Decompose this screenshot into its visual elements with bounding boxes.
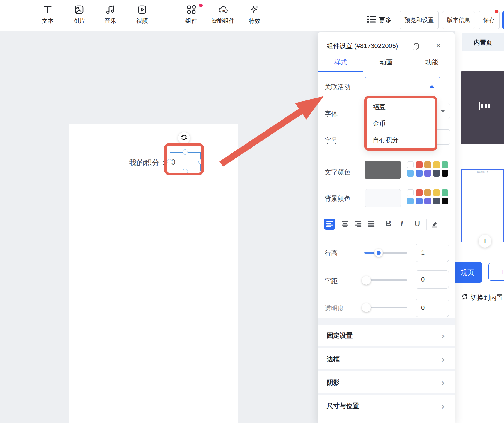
rotate-icon bbox=[181, 134, 188, 142]
tool-ai-components[interactable]: AI 智能组件 bbox=[209, 2, 237, 29]
save-button[interactable]: 保存 bbox=[479, 11, 500, 29]
palette-swatch[interactable] bbox=[433, 170, 440, 177]
palette-swatch[interactable] bbox=[424, 161, 431, 168]
tool-label: 特效 bbox=[249, 17, 260, 25]
resize-handle-bottom[interactable] bbox=[183, 169, 188, 174]
palette-swatch[interactable] bbox=[407, 189, 414, 196]
opacity-label: 透明度 bbox=[325, 304, 344, 313]
tool-components[interactable]: 组件 bbox=[177, 2, 205, 29]
resize-handle-right[interactable] bbox=[198, 159, 204, 164]
palette-swatch[interactable] bbox=[424, 198, 431, 204]
tab-animation[interactable]: 动画 bbox=[380, 58, 393, 67]
bold-button[interactable]: B bbox=[386, 219, 391, 228]
tool-music[interactable]: 音乐 bbox=[96, 2, 125, 29]
palette-swatch[interactable] bbox=[442, 198, 448, 204]
section-gap bbox=[318, 318, 455, 325]
palette-swatch[interactable] bbox=[416, 170, 423, 177]
line-height-slider-handle[interactable] bbox=[374, 249, 383, 257]
list-icon bbox=[367, 16, 376, 25]
add-page-button[interactable]: + bbox=[479, 235, 491, 248]
align-justify-button[interactable] bbox=[366, 219, 377, 230]
tool-label: 智能组件 bbox=[211, 17, 235, 25]
palette-swatch[interactable] bbox=[424, 170, 431, 177]
clear-format-icon[interactable] bbox=[430, 220, 438, 230]
more-button[interactable]: 更多 bbox=[367, 11, 392, 29]
opacity-input[interactable] bbox=[416, 299, 449, 317]
builtin-page-tab[interactable]: 内置页 bbox=[462, 33, 504, 51]
section-gap bbox=[318, 369, 455, 371]
line-height-slider[interactable] bbox=[364, 252, 407, 254]
tool-video[interactable]: 视频 bbox=[128, 2, 156, 29]
palette-swatch[interactable] bbox=[442, 170, 448, 177]
switch-to-builtin-button[interactable]: 切换到内置 bbox=[461, 292, 503, 303]
page-thumbnail-current[interactable]: 我的积分：0 bbox=[461, 169, 504, 242]
section-label: 边框 bbox=[327, 355, 340, 364]
refresh-icon bbox=[461, 293, 468, 302]
panel-title: 组件设置 (#8173022005) bbox=[327, 42, 398, 50]
bg-color-palette bbox=[407, 189, 450, 204]
save-badge bbox=[495, 10, 498, 13]
letter-spacing-label: 字距 bbox=[325, 277, 338, 286]
page-thumbnail-dark[interactable] bbox=[461, 71, 504, 144]
palette-swatch[interactable] bbox=[433, 189, 440, 196]
palette-swatch[interactable] bbox=[433, 198, 440, 204]
ai-components-icon: AI bbox=[218, 5, 228, 15]
align-left-button[interactable] bbox=[324, 219, 335, 230]
activity-field-label: 关联活动 bbox=[325, 83, 350, 91]
opacity-slider-handle[interactable] bbox=[362, 303, 371, 312]
section-label: 固定设置 bbox=[327, 331, 353, 340]
copy-id-icon[interactable] bbox=[412, 43, 420, 52]
active-tab-underline bbox=[318, 71, 363, 72]
palette-swatch[interactable] bbox=[433, 161, 440, 168]
text-color-swatch[interactable] bbox=[365, 161, 401, 179]
letter-spacing-slider[interactable] bbox=[364, 279, 407, 281]
music-icon bbox=[105, 5, 115, 15]
section-label: 阴影 bbox=[327, 378, 340, 387]
text-color-field-label: 文字颜色 bbox=[325, 168, 350, 177]
palette-swatch[interactable] bbox=[416, 198, 423, 204]
format-divider bbox=[381, 219, 381, 230]
activity-select[interactable] bbox=[365, 77, 440, 95]
clipped-add-page-button[interactable]: + bbox=[488, 263, 504, 281]
button-label: 版本信息 bbox=[447, 16, 470, 24]
opacity-slider[interactable] bbox=[364, 307, 407, 308]
dropdown-option-jinbi[interactable]: 金币 bbox=[373, 118, 428, 129]
palette-swatch[interactable] bbox=[442, 189, 448, 196]
dropdown-option-ziyoujifen[interactable]: 自有积分 bbox=[373, 134, 428, 146]
letter-spacing-input[interactable] bbox=[416, 270, 449, 289]
align-center-button[interactable] bbox=[339, 219, 350, 230]
minus-icon[interactable]: − bbox=[438, 133, 442, 141]
tool-effects[interactable]: 特效 bbox=[241, 2, 269, 29]
align-right-button[interactable] bbox=[353, 219, 364, 230]
text-icon bbox=[43, 5, 53, 15]
line-height-input[interactable] bbox=[416, 244, 449, 262]
close-icon[interactable]: × bbox=[436, 42, 441, 49]
palette-swatch[interactable] bbox=[416, 189, 423, 196]
palette-swatch[interactable] bbox=[407, 170, 414, 177]
dropdown-option-fudou[interactable]: 福豆 bbox=[373, 101, 428, 113]
version-info-button[interactable]: 版本信息 bbox=[442, 11, 475, 29]
plus-icon: + bbox=[500, 267, 504, 277]
resize-handle-left[interactable] bbox=[167, 159, 172, 164]
tab-style[interactable]: 样式 bbox=[334, 58, 347, 67]
tool-text[interactable]: 文本 bbox=[34, 2, 62, 29]
italic-button[interactable]: I bbox=[400, 219, 403, 228]
resize-handle-top[interactable] bbox=[183, 149, 188, 155]
palette-swatch[interactable] bbox=[407, 161, 414, 168]
palette-swatch[interactable] bbox=[424, 189, 431, 196]
clipped-primary-button[interactable] bbox=[502, 11, 504, 29]
palette-swatch[interactable] bbox=[442, 161, 448, 168]
components-icon bbox=[186, 5, 196, 15]
underline-button[interactable]: U bbox=[414, 219, 420, 228]
tool-image[interactable]: 图片 bbox=[65, 2, 93, 29]
letter-spacing-slider-handle[interactable] bbox=[362, 276, 371, 285]
button-label: 预览和设置 bbox=[405, 16, 434, 24]
tab-function[interactable]: 功能 bbox=[425, 58, 438, 67]
artboard[interactable] bbox=[69, 124, 238, 423]
section-gap bbox=[318, 393, 455, 395]
preview-settings-button[interactable]: 预览和设置 bbox=[400, 11, 439, 29]
rotate-handle[interactable] bbox=[178, 132, 190, 144]
palette-swatch[interactable] bbox=[416, 161, 423, 168]
palette-swatch[interactable] bbox=[407, 198, 414, 204]
bg-color-swatch[interactable] bbox=[365, 189, 401, 207]
